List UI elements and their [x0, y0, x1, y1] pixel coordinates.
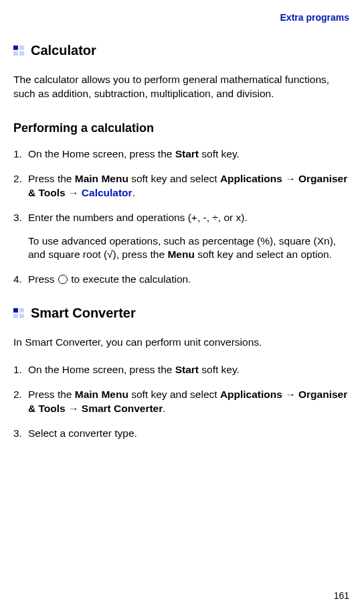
step-text: . — [132, 187, 135, 198]
step-body: Press the Main Menu soft key and select … — [28, 388, 351, 416]
step-num: 2. — [13, 388, 28, 416]
calculator-link: Calculator — [82, 187, 132, 198]
step-bold: Applications — [220, 173, 282, 184]
step-body: Select a converter type. — [28, 427, 351, 441]
step-text: Enter the numbers and operations (+, -, … — [28, 212, 248, 223]
section-head-calculator: Calculator — [13, 43, 351, 58]
section-squares-icon — [13, 308, 24, 318]
step-text: . — [163, 403, 165, 414]
step-bold: Smart Converter — [82, 403, 163, 414]
step-text: On the Home screen, press the — [28, 148, 175, 159]
step-text: soft key. — [199, 148, 240, 159]
step-body: On the Home screen, press the Start soft… — [28, 363, 351, 377]
section-squares-icon — [13, 46, 24, 56]
header-label: Extra programs — [13, 0, 351, 23]
step-num: 3. — [13, 427, 28, 441]
step-num: 1. — [13, 363, 28, 377]
calculator-subhead: Performing a calculation — [13, 121, 351, 135]
step-subpara: To use advanced operations, such as perc… — [28, 234, 351, 263]
page-number: 161 — [334, 590, 349, 601]
svg-rect-6 — [13, 314, 18, 319]
step-bold: Start — [175, 148, 199, 159]
step-arrow: → — [66, 187, 82, 198]
svg-rect-3 — [19, 52, 24, 56]
step-bold: Main Menu — [75, 173, 128, 184]
step-1: 1. On the Home screen, press the Start s… — [13, 363, 351, 377]
step-text: soft key and select — [128, 389, 220, 400]
step-arrow: → — [66, 403, 82, 414]
step-arrow: → — [282, 389, 298, 400]
step-text: Press the — [28, 389, 75, 400]
step-body: Enter the numbers and operations (+, -, … — [28, 211, 351, 263]
ok-circle-icon — [58, 275, 68, 284]
step-bold: Main Menu — [75, 389, 128, 400]
svg-rect-1 — [19, 46, 24, 50]
step-bold: Applications — [220, 389, 282, 400]
step-text: Press the — [28, 173, 75, 184]
step-text: soft key and select an option. — [195, 249, 332, 260]
step-1: 1. On the Home screen, press the Start s… — [13, 147, 351, 161]
step-text: Press — [28, 273, 58, 285]
step-text: Select a converter type. — [28, 427, 137, 439]
step-3: 3. Select a converter type. — [13, 427, 351, 441]
step-num: 4. — [13, 273, 28, 287]
step-4: 4. Press to execute the calculation. — [13, 273, 351, 287]
step-2: 2. Press the Main Menu soft key and sele… — [13, 172, 351, 200]
step-num: 2. — [13, 172, 28, 200]
calculator-steps: 1. On the Home screen, press the Start s… — [13, 147, 351, 287]
smart-converter-intro: In Smart Converter, you can perform unit… — [13, 336, 351, 350]
step-2: 2. Press the Main Menu soft key and sele… — [13, 388, 351, 416]
step-text: On the Home screen, press the — [28, 364, 175, 375]
calculator-intro: The calculator allows you to perform gen… — [13, 73, 351, 101]
smart-converter-steps: 1. On the Home screen, press the Start s… — [13, 363, 351, 441]
step-text: soft key and select — [128, 173, 220, 184]
step-text: soft key. — [199, 364, 240, 375]
step-body: Press the Main Menu soft key and select … — [28, 172, 351, 200]
step-num: 1. — [13, 147, 28, 161]
step-3: 3. Enter the numbers and operations (+, … — [13, 211, 351, 263]
section-title-calculator: Calculator — [31, 43, 96, 58]
step-body: Press to execute the calculation. — [28, 273, 351, 287]
step-bold: Menu — [167, 249, 194, 260]
step-text: to execute the calculation. — [68, 273, 191, 285]
svg-rect-4 — [13, 308, 18, 313]
step-body: On the Home screen, press the Start soft… — [28, 147, 351, 161]
svg-rect-7 — [19, 314, 24, 319]
svg-rect-2 — [13, 52, 18, 56]
svg-rect-0 — [13, 46, 18, 50]
section-head-smart-converter: Smart Converter — [13, 305, 351, 321]
step-arrow: → — [282, 173, 298, 184]
step-bold: Start — [175, 364, 199, 375]
step-num: 3. — [13, 211, 28, 263]
svg-rect-5 — [19, 308, 24, 313]
section-title-smart-converter: Smart Converter — [31, 305, 136, 321]
